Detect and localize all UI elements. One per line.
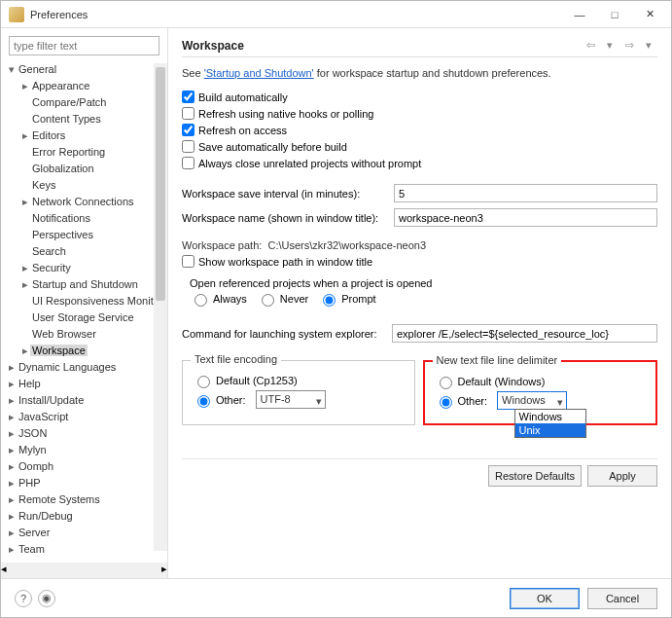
- tree-item[interactable]: Network Connections: [30, 196, 136, 207]
- tree-item[interactable]: User Storage Service: [30, 311, 136, 323]
- filter-input[interactable]: [9, 36, 159, 55]
- delimiter-dropdown[interactable]: WindowsUnix: [514, 409, 586, 438]
- startup-shutdown-link[interactable]: 'Startup and Shutdown': [204, 67, 314, 79]
- footer: ? ◉ OK Cancel: [1, 578, 671, 617]
- twist-icon[interactable]: ▸: [20, 343, 30, 359]
- open-ref-prompt-radio[interactable]: [323, 294, 336, 307]
- tree-item[interactable]: Perspectives: [30, 229, 95, 240]
- tree-vscrollbar[interactable]: [154, 63, 167, 551]
- twist-icon[interactable]: ▸: [7, 392, 17, 409]
- minimize-button[interactable]: ―: [562, 4, 597, 25]
- twist-icon[interactable]: ▸: [7, 508, 17, 525]
- encoding-group: Text file encoding Default (Cp1253) Othe…: [182, 360, 415, 425]
- twist-icon[interactable]: ▾: [7, 61, 17, 78]
- open-ref-always-radio[interactable]: [195, 294, 207, 307]
- open-ref-never-radio[interactable]: [262, 294, 274, 307]
- twist-icon[interactable]: ▸: [20, 260, 30, 276]
- twist-icon[interactable]: ▸: [7, 458, 17, 475]
- delimiter-other-radio[interactable]: [440, 396, 452, 409]
- left-panel: ▾General▸Appearance Compare/Patch Conten…: [1, 28, 168, 578]
- tree-item[interactable]: Editors: [30, 129, 67, 141]
- twist-icon[interactable]: ▸: [7, 442, 17, 458]
- save-before-build-checkbox[interactable]: [182, 140, 195, 153]
- chevron-down-icon: ▾: [316, 393, 322, 410]
- close-unrelated-checkbox[interactable]: [182, 157, 195, 169]
- encoding-default-radio[interactable]: [197, 376, 210, 388]
- tree-item[interactable]: Dynamic Languages: [17, 361, 118, 373]
- twist-icon[interactable]: ▸: [7, 525, 17, 541]
- tree-item[interactable]: Compare/Patch: [30, 96, 108, 108]
- tree-hscrollbar[interactable]: ◂▸: [1, 563, 167, 578]
- tree[interactable]: ▾General▸Appearance Compare/Patch Conten…: [1, 61, 167, 578]
- tree-item[interactable]: Appearance: [30, 80, 91, 91]
- twist-icon[interactable]: ▸: [7, 409, 17, 425]
- twist-icon[interactable]: ▸: [20, 127, 30, 144]
- nav-forward-menu-icon[interactable]: ▾: [640, 38, 657, 54]
- tree-item[interactable]: Help: [17, 378, 43, 389]
- twist-icon[interactable]: ▸: [20, 194, 30, 210]
- tree-item[interactable]: Web Browser: [30, 328, 98, 340]
- tree-item[interactable]: JSON: [17, 427, 49, 439]
- tree-item[interactable]: Install/Update: [17, 394, 86, 406]
- tree-item[interactable]: Keys: [30, 179, 57, 191]
- delimiter-combo[interactable]: Windows▾: [497, 391, 567, 410]
- system-explorer-cmd-input[interactable]: [392, 324, 657, 343]
- build-automatically-checkbox[interactable]: [182, 91, 195, 103]
- twist-icon[interactable]: ▸: [7, 425, 17, 442]
- tree-item[interactable]: JavaScript: [17, 411, 70, 422]
- app-icon: [9, 7, 24, 22]
- tree-item[interactable]: Content Types: [30, 113, 103, 125]
- tree-item[interactable]: Run/Debug: [17, 510, 75, 522]
- import-export-icon[interactable]: ◉: [38, 590, 55, 607]
- twist-icon[interactable]: ▸: [7, 359, 17, 376]
- tree-item[interactable]: Remote Systems: [17, 493, 102, 505]
- refresh-access-checkbox[interactable]: [182, 124, 195, 136]
- nav-forward-icon[interactable]: ⇨: [620, 38, 638, 54]
- twist-icon[interactable]: ▸: [7, 541, 17, 558]
- tree-item[interactable]: Error Reporting: [30, 146, 107, 158]
- tree-item[interactable]: Mylyn: [17, 444, 49, 455]
- refresh-native-checkbox[interactable]: [182, 107, 195, 120]
- titlebar: Preferences ― □ ✕: [1, 1, 671, 28]
- tree-item[interactable]: Notifications: [30, 212, 92, 224]
- maximize-button[interactable]: □: [597, 4, 632, 25]
- workspace-name-input[interactable]: [394, 208, 657, 227]
- restore-defaults-button[interactable]: Restore Defaults: [488, 465, 582, 487]
- twist-icon: [20, 177, 30, 194]
- twist-icon[interactable]: ▸: [20, 276, 30, 293]
- tree-item-general[interactable]: General: [17, 63, 58, 75]
- line-delimiter-legend: New text file line delimiter: [433, 354, 562, 366]
- close-button[interactable]: ✕: [632, 4, 667, 25]
- delimiter-option[interactable]: Unix: [515, 423, 585, 437]
- twist-icon[interactable]: ▸: [20, 78, 30, 94]
- twist-icon: [20, 210, 30, 227]
- nav-back-icon[interactable]: ⇦: [582, 38, 599, 54]
- encoding-other-radio[interactable]: [197, 395, 210, 408]
- tree-item[interactable]: Search: [30, 245, 68, 257]
- delimiter-default-radio[interactable]: [440, 377, 452, 389]
- show-path-checkbox[interactable]: [182, 255, 195, 268]
- twist-icon[interactable]: ▸: [7, 376, 17, 392]
- nav-back-menu-icon[interactable]: ▾: [601, 38, 619, 54]
- tree-item[interactable]: Security: [30, 262, 73, 273]
- tree-item[interactable]: Globalization: [30, 163, 96, 174]
- intro-text: See 'Startup and Shutdown' for workspace…: [182, 67, 657, 79]
- save-interval-input[interactable]: [394, 184, 657, 202]
- help-icon[interactable]: ?: [15, 590, 32, 607]
- tree-item[interactable]: Server: [17, 527, 52, 538]
- twist-icon: [20, 326, 30, 343]
- encoding-legend: Text file encoding: [191, 353, 281, 365]
- tree-item[interactable]: Oomph: [17, 460, 55, 472]
- encoding-combo[interactable]: UTF-8▾: [256, 390, 326, 409]
- twist-icon[interactable]: ▸: [7, 475, 17, 491]
- tree-item[interactable]: Startup and Shutdown: [30, 278, 140, 290]
- tree-item[interactable]: Workspace: [30, 345, 88, 356]
- apply-button[interactable]: Apply: [587, 465, 657, 487]
- ok-button[interactable]: OK: [510, 588, 580, 609]
- tree-item[interactable]: Team: [17, 543, 47, 555]
- twist-icon[interactable]: ▸: [7, 491, 17, 508]
- cancel-button[interactable]: Cancel: [587, 588, 657, 609]
- delimiter-option[interactable]: Windows: [515, 410, 585, 423]
- tree-item[interactable]: UI Responsiveness Monitoring: [30, 295, 167, 307]
- tree-item[interactable]: PHP: [17, 477, 43, 489]
